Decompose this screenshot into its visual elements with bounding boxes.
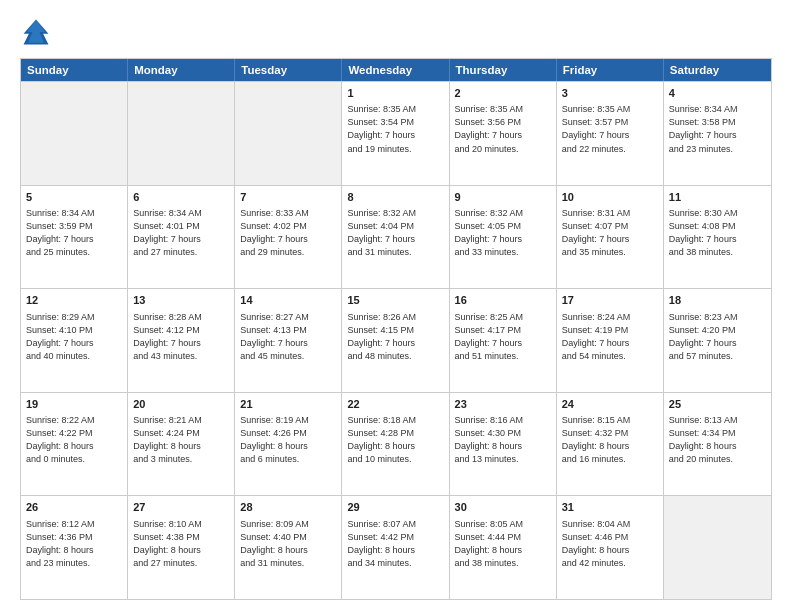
- day-info: Sunrise: 8:15 AM Sunset: 4:32 PM Dayligh…: [562, 414, 658, 466]
- cal-cell-21: 21Sunrise: 8:19 AM Sunset: 4:26 PM Dayli…: [235, 393, 342, 496]
- day-info: Sunrise: 8:24 AM Sunset: 4:19 PM Dayligh…: [562, 311, 658, 363]
- day-info: Sunrise: 8:31 AM Sunset: 4:07 PM Dayligh…: [562, 207, 658, 259]
- cal-week-2: 12Sunrise: 8:29 AM Sunset: 4:10 PM Dayli…: [21, 288, 771, 392]
- calendar-header: SundayMondayTuesdayWednesdayThursdayFrid…: [21, 59, 771, 81]
- day-info: Sunrise: 8:07 AM Sunset: 4:42 PM Dayligh…: [347, 518, 443, 570]
- day-info: Sunrise: 8:18 AM Sunset: 4:28 PM Dayligh…: [347, 414, 443, 466]
- day-number: 26: [26, 500, 122, 515]
- cal-cell-empty-0-0: [21, 82, 128, 185]
- day-number: 30: [455, 500, 551, 515]
- day-number: 4: [669, 86, 766, 101]
- day-info: Sunrise: 8:16 AM Sunset: 4:30 PM Dayligh…: [455, 414, 551, 466]
- day-info: Sunrise: 8:26 AM Sunset: 4:15 PM Dayligh…: [347, 311, 443, 363]
- cal-week-4: 26Sunrise: 8:12 AM Sunset: 4:36 PM Dayli…: [21, 495, 771, 599]
- cal-cell-22: 22Sunrise: 8:18 AM Sunset: 4:28 PM Dayli…: [342, 393, 449, 496]
- cal-cell-empty-0-1: [128, 82, 235, 185]
- header: [20, 16, 772, 48]
- day-number: 18: [669, 293, 766, 308]
- day-number: 23: [455, 397, 551, 412]
- cal-cell-24: 24Sunrise: 8:15 AM Sunset: 4:32 PM Dayli…: [557, 393, 664, 496]
- cal-cell-20: 20Sunrise: 8:21 AM Sunset: 4:24 PM Dayli…: [128, 393, 235, 496]
- day-info: Sunrise: 8:32 AM Sunset: 4:05 PM Dayligh…: [455, 207, 551, 259]
- header-day-friday: Friday: [557, 59, 664, 81]
- day-info: Sunrise: 8:05 AM Sunset: 4:44 PM Dayligh…: [455, 518, 551, 570]
- day-number: 27: [133, 500, 229, 515]
- header-day-thursday: Thursday: [450, 59, 557, 81]
- day-info: Sunrise: 8:34 AM Sunset: 3:58 PM Dayligh…: [669, 103, 766, 155]
- svg-marker-1: [27, 20, 45, 43]
- cal-week-0: 1Sunrise: 8:35 AM Sunset: 3:54 PM Daylig…: [21, 81, 771, 185]
- day-number: 11: [669, 190, 766, 205]
- day-number: 1: [347, 86, 443, 101]
- cal-cell-14: 14Sunrise: 8:27 AM Sunset: 4:13 PM Dayli…: [235, 289, 342, 392]
- cal-cell-11: 11Sunrise: 8:30 AM Sunset: 4:08 PM Dayli…: [664, 186, 771, 289]
- page: SundayMondayTuesdayWednesdayThursdayFrid…: [0, 0, 792, 612]
- cal-cell-7: 7Sunrise: 8:33 AM Sunset: 4:02 PM Daylig…: [235, 186, 342, 289]
- day-info: Sunrise: 8:34 AM Sunset: 4:01 PM Dayligh…: [133, 207, 229, 259]
- logo-icon: [20, 16, 52, 48]
- header-day-sunday: Sunday: [21, 59, 128, 81]
- header-day-tuesday: Tuesday: [235, 59, 342, 81]
- day-info: Sunrise: 8:32 AM Sunset: 4:04 PM Dayligh…: [347, 207, 443, 259]
- day-info: Sunrise: 8:35 AM Sunset: 3:56 PM Dayligh…: [455, 103, 551, 155]
- day-number: 7: [240, 190, 336, 205]
- cal-cell-4: 4Sunrise: 8:34 AM Sunset: 3:58 PM Daylig…: [664, 82, 771, 185]
- day-number: 13: [133, 293, 229, 308]
- day-number: 16: [455, 293, 551, 308]
- cal-cell-1: 1Sunrise: 8:35 AM Sunset: 3:54 PM Daylig…: [342, 82, 449, 185]
- header-day-saturday: Saturday: [664, 59, 771, 81]
- cal-cell-6: 6Sunrise: 8:34 AM Sunset: 4:01 PM Daylig…: [128, 186, 235, 289]
- day-number: 5: [26, 190, 122, 205]
- cal-cell-27: 27Sunrise: 8:10 AM Sunset: 4:38 PM Dayli…: [128, 496, 235, 599]
- cal-cell-17: 17Sunrise: 8:24 AM Sunset: 4:19 PM Dayli…: [557, 289, 664, 392]
- day-number: 31: [562, 500, 658, 515]
- day-number: 28: [240, 500, 336, 515]
- cal-cell-29: 29Sunrise: 8:07 AM Sunset: 4:42 PM Dayli…: [342, 496, 449, 599]
- cal-cell-empty-0-2: [235, 82, 342, 185]
- cal-cell-16: 16Sunrise: 8:25 AM Sunset: 4:17 PM Dayli…: [450, 289, 557, 392]
- cal-week-3: 19Sunrise: 8:22 AM Sunset: 4:22 PM Dayli…: [21, 392, 771, 496]
- day-number: 29: [347, 500, 443, 515]
- day-info: Sunrise: 8:35 AM Sunset: 3:57 PM Dayligh…: [562, 103, 658, 155]
- day-number: 14: [240, 293, 336, 308]
- day-info: Sunrise: 8:10 AM Sunset: 4:38 PM Dayligh…: [133, 518, 229, 570]
- day-number: 10: [562, 190, 658, 205]
- day-number: 12: [26, 293, 122, 308]
- day-number: 24: [562, 397, 658, 412]
- day-info: Sunrise: 8:09 AM Sunset: 4:40 PM Dayligh…: [240, 518, 336, 570]
- day-info: Sunrise: 8:12 AM Sunset: 4:36 PM Dayligh…: [26, 518, 122, 570]
- cal-cell-empty-4-6: [664, 496, 771, 599]
- cal-cell-13: 13Sunrise: 8:28 AM Sunset: 4:12 PM Dayli…: [128, 289, 235, 392]
- cal-cell-2: 2Sunrise: 8:35 AM Sunset: 3:56 PM Daylig…: [450, 82, 557, 185]
- calendar: SundayMondayTuesdayWednesdayThursdayFrid…: [20, 58, 772, 600]
- cal-cell-9: 9Sunrise: 8:32 AM Sunset: 4:05 PM Daylig…: [450, 186, 557, 289]
- cal-cell-8: 8Sunrise: 8:32 AM Sunset: 4:04 PM Daylig…: [342, 186, 449, 289]
- day-info: Sunrise: 8:35 AM Sunset: 3:54 PM Dayligh…: [347, 103, 443, 155]
- cal-cell-5: 5Sunrise: 8:34 AM Sunset: 3:59 PM Daylig…: [21, 186, 128, 289]
- day-info: Sunrise: 8:28 AM Sunset: 4:12 PM Dayligh…: [133, 311, 229, 363]
- cal-cell-10: 10Sunrise: 8:31 AM Sunset: 4:07 PM Dayli…: [557, 186, 664, 289]
- cal-cell-31: 31Sunrise: 8:04 AM Sunset: 4:46 PM Dayli…: [557, 496, 664, 599]
- day-info: Sunrise: 8:13 AM Sunset: 4:34 PM Dayligh…: [669, 414, 766, 466]
- day-info: Sunrise: 8:33 AM Sunset: 4:02 PM Dayligh…: [240, 207, 336, 259]
- cal-cell-23: 23Sunrise: 8:16 AM Sunset: 4:30 PM Dayli…: [450, 393, 557, 496]
- day-number: 20: [133, 397, 229, 412]
- cal-cell-3: 3Sunrise: 8:35 AM Sunset: 3:57 PM Daylig…: [557, 82, 664, 185]
- logo: [20, 16, 56, 48]
- day-info: Sunrise: 8:30 AM Sunset: 4:08 PM Dayligh…: [669, 207, 766, 259]
- day-info: Sunrise: 8:19 AM Sunset: 4:26 PM Dayligh…: [240, 414, 336, 466]
- cal-cell-19: 19Sunrise: 8:22 AM Sunset: 4:22 PM Dayli…: [21, 393, 128, 496]
- day-info: Sunrise: 8:34 AM Sunset: 3:59 PM Dayligh…: [26, 207, 122, 259]
- cal-cell-18: 18Sunrise: 8:23 AM Sunset: 4:20 PM Dayli…: [664, 289, 771, 392]
- header-day-wednesday: Wednesday: [342, 59, 449, 81]
- day-number: 22: [347, 397, 443, 412]
- day-number: 19: [26, 397, 122, 412]
- day-info: Sunrise: 8:23 AM Sunset: 4:20 PM Dayligh…: [669, 311, 766, 363]
- cal-cell-28: 28Sunrise: 8:09 AM Sunset: 4:40 PM Dayli…: [235, 496, 342, 599]
- day-number: 3: [562, 86, 658, 101]
- cal-cell-25: 25Sunrise: 8:13 AM Sunset: 4:34 PM Dayli…: [664, 393, 771, 496]
- day-number: 25: [669, 397, 766, 412]
- day-info: Sunrise: 8:04 AM Sunset: 4:46 PM Dayligh…: [562, 518, 658, 570]
- day-number: 2: [455, 86, 551, 101]
- day-info: Sunrise: 8:21 AM Sunset: 4:24 PM Dayligh…: [133, 414, 229, 466]
